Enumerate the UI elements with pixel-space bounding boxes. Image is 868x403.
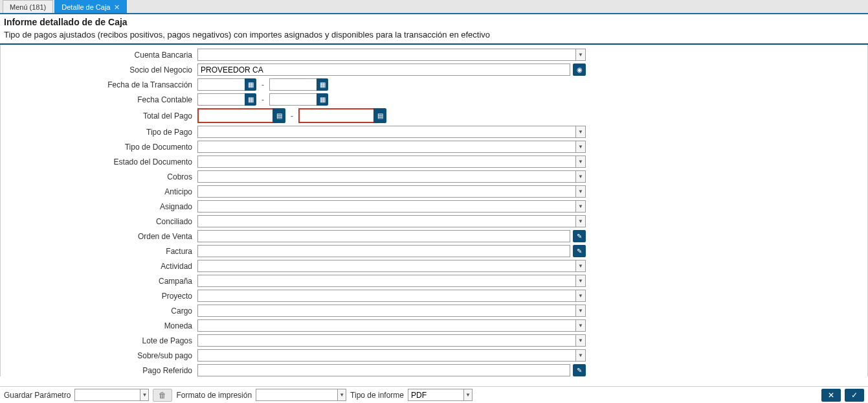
chevron-down-icon[interactable]: ▼ [575, 126, 586, 138]
chevron-down-icon[interactable]: ▼ [575, 155, 586, 168]
input-tipo-documento[interactable] [197, 141, 575, 153]
total-pago-from[interactable]: ▤ [197, 108, 285, 123]
chevron-down-icon[interactable]: ▼ [575, 260, 586, 272]
date-contable-from[interactable]: ▦ [197, 93, 256, 106]
calendar-icon[interactable]: ▦ [245, 93, 256, 106]
label-orden-venta: Orden de Venta [3, 232, 197, 241]
chevron-down-icon[interactable]: ▼ [463, 389, 473, 401]
label-tipo-informe: Tipo de informe [350, 391, 404, 400]
input-guardar-parametro[interactable] [74, 389, 140, 401]
delete-button[interactable]: 🗑 [153, 389, 172, 402]
chevron-down-icon[interactable]: ▼ [575, 170, 586, 183]
cancel-button[interactable]: ✕ [821, 389, 841, 402]
label-guardar-parametro: Guardar Parámetro [4, 391, 71, 400]
field-anticipo[interactable]: ▼ [197, 185, 586, 198]
search-icon: ✎ [577, 367, 582, 374]
globe-icon: ◉ [577, 66, 583, 73]
close-icon[interactable]: ✕ [114, 1, 120, 14]
input-campana[interactable] [197, 275, 575, 287]
input-asignado[interactable] [197, 200, 575, 213]
date-contable-to[interactable]: ▦ [269, 93, 328, 106]
chevron-down-icon[interactable]: ▼ [575, 200, 586, 213]
search-icon: ✎ [577, 248, 582, 255]
calculator-icon[interactable]: ▤ [273, 108, 285, 123]
input-tipo-pago[interactable] [197, 126, 575, 138]
lookup-factura-button[interactable]: ✎ [573, 245, 586, 257]
chevron-down-icon[interactable]: ▼ [575, 319, 586, 332]
page-header: Informe detallado de de Caja [0, 14, 868, 29]
chevron-down-icon[interactable]: ▼ [575, 215, 586, 227]
input-cuenta-bancaria[interactable] [197, 49, 575, 61]
field-sobre-sub-pago[interactable]: ▼ [197, 349, 586, 362]
input-formato-impresion[interactable] [256, 389, 337, 401]
label-cobros: Cobros [3, 172, 197, 181]
field-proyecto[interactable]: ▼ [197, 290, 586, 302]
label-formato-impresion: Formato de impresión [176, 391, 252, 400]
trash-icon: 🗑 [159, 391, 166, 400]
ok-button[interactable]: ✓ [845, 389, 864, 402]
input-cargo[interactable] [197, 305, 575, 317]
input-sobre-sub-pago[interactable] [197, 349, 575, 362]
chevron-down-icon[interactable]: ▼ [575, 141, 586, 153]
label-moneda: Moneda [3, 321, 197, 330]
input-socio-negocio[interactable] [197, 63, 570, 76]
date-transaccion-to[interactable]: ▦ [269, 78, 328, 91]
field-asignado[interactable]: ▼ [197, 200, 586, 213]
field-actividad[interactable]: ▼ [197, 260, 586, 272]
chevron-down-icon[interactable]: ▼ [575, 305, 586, 317]
chevron-down-icon[interactable]: ▼ [575, 349, 586, 362]
input-pago-referido[interactable] [197, 364, 570, 376]
field-estado-documento[interactable]: ▼ [197, 155, 586, 168]
field-lote-pagos[interactable]: ▼ [197, 334, 586, 347]
input-total-pago-to[interactable] [298, 108, 375, 123]
chevron-down-icon[interactable]: ▼ [337, 389, 346, 401]
field-formato-impresion[interactable]: ▼ [256, 389, 346, 401]
lookup-socio-button[interactable]: ◉ [573, 63, 586, 76]
input-actividad[interactable] [197, 260, 575, 272]
date-transaccion-from[interactable]: ▦ [197, 78, 256, 91]
calendar-icon[interactable]: ▦ [245, 78, 256, 91]
input-proyecto[interactable] [197, 290, 575, 302]
calendar-icon[interactable]: ▦ [317, 78, 328, 91]
input-orden-venta[interactable] [197, 230, 570, 242]
field-moneda[interactable]: ▼ [197, 319, 586, 332]
input-factura[interactable] [197, 245, 570, 257]
input-fecha-cont-from[interactable] [197, 93, 245, 106]
chevron-down-icon[interactable]: ▼ [140, 389, 149, 401]
field-cargo[interactable]: ▼ [197, 305, 586, 317]
input-cobros[interactable] [197, 170, 575, 183]
lookup-orden-button[interactable]: ✎ [573, 230, 586, 242]
input-fecha-cont-to[interactable] [269, 93, 317, 106]
input-lote-pagos[interactable] [197, 334, 575, 347]
input-fecha-trans-from[interactable] [197, 78, 245, 91]
field-tipo-pago[interactable]: ▼ [197, 126, 586, 138]
label-proyecto: Proyecto [3, 292, 197, 301]
field-campana[interactable]: ▼ [197, 275, 586, 287]
input-total-pago-from[interactable] [197, 108, 274, 123]
field-guardar-parametro[interactable]: ▼ [74, 389, 149, 401]
tab-menu[interactable]: Menú (181) [3, 0, 53, 13]
calendar-icon[interactable]: ▦ [317, 93, 328, 106]
input-fecha-trans-to[interactable] [269, 78, 317, 91]
page-title: Informe detallado de de Caja [4, 17, 864, 27]
input-tipo-informe[interactable] [408, 389, 463, 401]
chevron-down-icon[interactable]: ▼ [575, 290, 586, 302]
field-tipo-informe[interactable]: ▼ [408, 389, 473, 401]
label-fecha-transaccion: Fecha de la Transacción [3, 80, 197, 89]
input-moneda[interactable] [197, 319, 575, 332]
field-cobros[interactable]: ▼ [197, 170, 586, 183]
lookup-pago-referido-button[interactable]: ✎ [573, 364, 586, 376]
chevron-down-icon[interactable]: ▼ [575, 49, 586, 61]
tab-detalle-caja[interactable]: Detalle de Caja ✕ [54, 0, 127, 13]
field-cuenta-bancaria[interactable]: ▼ [197, 49, 586, 61]
input-anticipo[interactable] [197, 185, 575, 198]
chevron-down-icon[interactable]: ▼ [575, 275, 586, 287]
input-conciliado[interactable] [197, 215, 575, 227]
input-estado-documento[interactable] [197, 155, 575, 168]
field-tipo-documento[interactable]: ▼ [197, 141, 586, 153]
chevron-down-icon[interactable]: ▼ [575, 185, 586, 198]
calculator-icon[interactable]: ▤ [373, 108, 386, 123]
chevron-down-icon[interactable]: ▼ [575, 334, 586, 347]
field-conciliado[interactable]: ▼ [197, 215, 586, 227]
total-pago-to[interactable]: ▤ [298, 108, 386, 123]
